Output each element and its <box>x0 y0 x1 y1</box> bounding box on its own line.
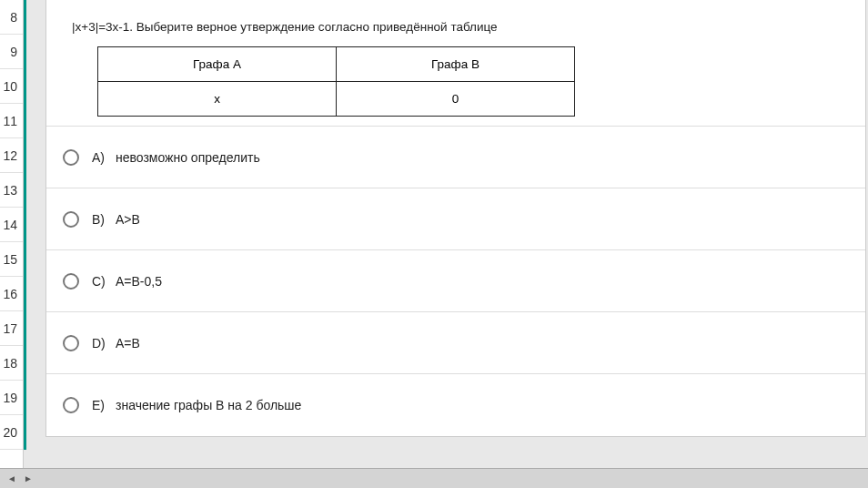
radio-icon <box>63 273 79 290</box>
sidebar-item-19[interactable]: 19 <box>0 381 23 415</box>
sidebar-item-9[interactable]: 9 <box>0 35 23 69</box>
option-b[interactable]: B) A>B <box>46 188 865 250</box>
sidebar-item-16[interactable]: 16 <box>0 277 23 311</box>
sidebar-item-15[interactable]: 15 <box>0 242 23 277</box>
answer-options: A) невозможно определить B) A>B C) A=B-0… <box>46 126 865 436</box>
table-cell-a: x <box>98 82 337 117</box>
option-text: A>B <box>116 212 140 227</box>
option-a[interactable]: A) невозможно определить <box>46 127 865 188</box>
option-d[interactable]: D) A=B <box>46 312 865 374</box>
table-header-a: Графа A <box>98 47 337 82</box>
option-e[interactable]: E) значение графы B на 2 больше <box>46 374 865 436</box>
option-letter: B) <box>92 212 116 227</box>
option-letter: A) <box>92 150 116 165</box>
option-text: A=B <box>116 336 140 351</box>
sidebar-item-10[interactable]: 10 <box>0 69 23 104</box>
sidebar-item-11[interactable]: 11 <box>0 104 23 138</box>
main-content: |x+3|=3x-1. Выберите верное утверждение … <box>45 0 866 437</box>
question-table: Графа A Графа B x 0 <box>97 46 575 117</box>
table-cell-b: 0 <box>337 82 575 117</box>
option-text: невозможно определить <box>116 150 260 165</box>
table-header-b: Графа B <box>337 47 575 82</box>
option-letter: C) <box>92 274 116 289</box>
bottom-bar: ◄ ► <box>0 468 868 488</box>
question-nav-sidebar: 8 9 10 11 12 13 14 15 16 17 18 19 20 <box>0 0 24 488</box>
option-text: A=B-0,5 <box>116 274 162 289</box>
nav-next-icon[interactable]: ► <box>24 473 33 483</box>
sidebar-item-8[interactable]: 8 <box>0 0 23 35</box>
sidebar-item-13[interactable]: 13 <box>0 173 23 208</box>
sidebar-item-18[interactable]: 18 <box>0 346 23 381</box>
option-letter: E) <box>92 398 116 412</box>
radio-icon <box>63 397 79 413</box>
sidebar-item-17[interactable]: 17 <box>0 311 23 346</box>
radio-icon <box>63 149 79 166</box>
sidebar-item-20[interactable]: 20 <box>0 415 23 450</box>
accent-line <box>24 0 26 450</box>
option-c[interactable]: C) A=B-0,5 <box>46 250 865 312</box>
question-section: |x+3|=3x-1. Выберите верное утверждение … <box>46 0 865 126</box>
sidebar-item-12[interactable]: 12 <box>0 138 23 173</box>
option-text: значение графы B на 2 больше <box>116 398 301 412</box>
question-text: |x+3|=3x-1. Выберите верное утверждение … <box>72 20 840 34</box>
radio-icon <box>63 211 79 228</box>
radio-icon <box>63 335 79 351</box>
sidebar-item-14[interactable]: 14 <box>0 208 23 242</box>
nav-prev-icon[interactable]: ◄ <box>7 473 16 483</box>
option-letter: D) <box>92 336 116 351</box>
